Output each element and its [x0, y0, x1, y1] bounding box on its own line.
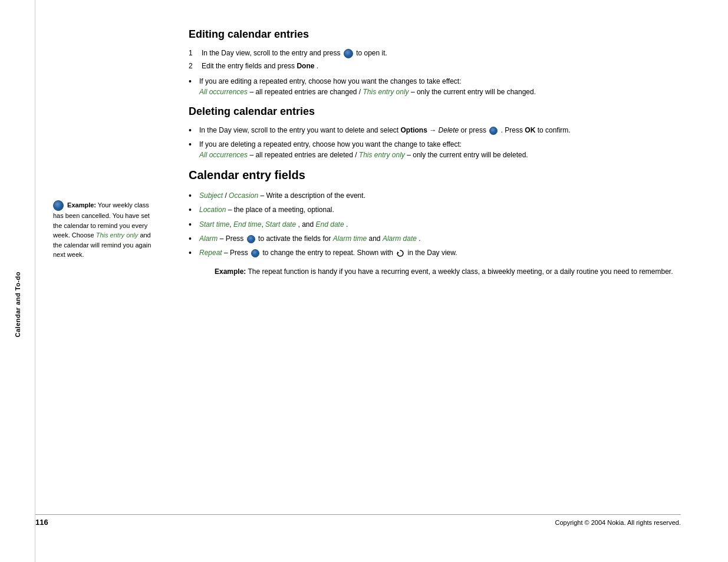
main-content: Editing calendar entries 1 In the Day vi…	[165, 0, 728, 562]
location-label: Location	[199, 206, 226, 214]
example-icon-2	[199, 266, 210, 277]
editing-bullet-1-text: If you are editing a repeated entry, cho…	[199, 76, 536, 97]
nav-icon-delete	[489, 127, 498, 135]
example-note-label: Example:	[215, 267, 246, 276]
delete-label: Delete	[439, 126, 459, 134]
start-date-label: Start date	[265, 220, 296, 229]
deleting-bullet-1-text: In the Day view, scroll to the entry you…	[199, 125, 571, 135]
step-1-text: In the Day view, scroll to the entry and…	[202, 48, 387, 58]
step-2-text: Edit the entry fields and press Done .	[202, 61, 318, 71]
deleting-bullet-2-text: If you are deleting a repeated entry, ch…	[199, 139, 528, 160]
alarm-time-label: Alarm time	[333, 234, 367, 243]
this-entry-only-1: This entry only	[363, 88, 409, 96]
deleting-bullet-2: If you are deleting a repeated entry, ch…	[189, 139, 681, 160]
field-location: Location – the place of a meeting, optio…	[189, 204, 681, 215]
copyright: Copyright © 2004 Nokia. All rights reser…	[555, 519, 681, 526]
editing-steps: 1 In the Day view, scroll to the entry a…	[189, 48, 681, 71]
page-footer: 116 Copyright © 2004 Nokia. All rights r…	[0, 518, 728, 527]
ok-label: OK	[525, 126, 535, 134]
editing-bullet-1: If you are editing a repeated entry, cho…	[189, 76, 681, 97]
options-label: Options	[401, 126, 427, 134]
step-2: 2 Edit the entry fields and press Done .	[189, 61, 681, 71]
repeat-symbol-icon	[396, 249, 404, 257]
subject-label: Subject	[199, 191, 223, 200]
calendar-fields-title: Calendar entry fields	[189, 168, 681, 182]
calendar-fields-bullets: Subject / Occasion – Write a description…	[189, 190, 681, 258]
editing-title: Editing calendar entries	[189, 28, 681, 41]
footer-line	[35, 514, 681, 515]
field-alarm: Alarm – Press to activate the fields for…	[189, 233, 681, 244]
location-text: – the place of a meeting, optional.	[228, 206, 334, 214]
sidebar: Calendar and To-do	[0, 0, 35, 562]
all-occurrences-2: All occurrences	[199, 151, 248, 159]
calendar-fields-section: Calendar entry fields Subject / Occasion…	[189, 168, 681, 277]
step-num-1: 1	[189, 48, 197, 58]
svg-marker-0	[397, 252, 399, 254]
start-time-label: Start time	[199, 220, 229, 229]
deleting-title: Deleting calendar entries	[189, 105, 681, 118]
step-num-2: 2	[189, 61, 197, 71]
field-times: Start time, End time, Start date , and E…	[189, 219, 681, 230]
alarm-label: Alarm	[199, 234, 218, 243]
example-note-text: The repeat function is handy if you have…	[248, 267, 673, 276]
step-1: 1 In the Day view, scroll to the entry a…	[189, 48, 681, 58]
example-label: Example:	[67, 201, 96, 209]
nav-icon-alarm	[247, 235, 255, 243]
sidebar-label: Calendar and To-do	[14, 272, 21, 337]
end-time-label: End time	[233, 220, 261, 229]
field-subject: Subject / Occasion – Write a description…	[189, 190, 681, 201]
all-occurrences-1: All occurrences	[199, 88, 248, 96]
field-repeat: Repeat – Press to change the entry to re…	[189, 247, 681, 258]
editing-bullets: If you are editing a repeated entry, cho…	[189, 76, 681, 97]
deleting-section: Deleting calendar entries In the Day vie…	[189, 105, 681, 160]
calendar-example-note: Example: The repeat function is handy if…	[199, 266, 681, 277]
page-container: Calendar and To-do Example: Your weekly …	[0, 0, 728, 562]
end-date-label: End date	[316, 220, 344, 229]
done-label: Done	[297, 62, 314, 70]
deleting-bullets: In the Day view, scroll to the entry you…	[189, 125, 681, 160]
deleting-bullet-1: In the Day view, scroll to the entry you…	[189, 125, 681, 135]
nav-icon-step1	[344, 49, 353, 58]
subject-text: – Write a description of the event.	[260, 191, 365, 200]
this-entry-only-2: This entry only	[359, 151, 405, 159]
alarm-date-label: Alarm date	[383, 234, 417, 243]
this-entry-only-margin: This entry only	[96, 232, 139, 239]
occasion-label: Occasion	[229, 191, 258, 200]
left-margin: Example: Your weekly class has been canc…	[35, 0, 165, 562]
example-box: Example: Your weekly class has been canc…	[53, 200, 153, 262]
editing-section: Editing calendar entries 1 In the Day vi…	[189, 28, 681, 97]
example-icon	[53, 200, 64, 211]
repeat-label: Repeat	[199, 249, 222, 257]
page-number: 116	[35, 518, 48, 527]
nav-icon-repeat	[251, 249, 259, 257]
